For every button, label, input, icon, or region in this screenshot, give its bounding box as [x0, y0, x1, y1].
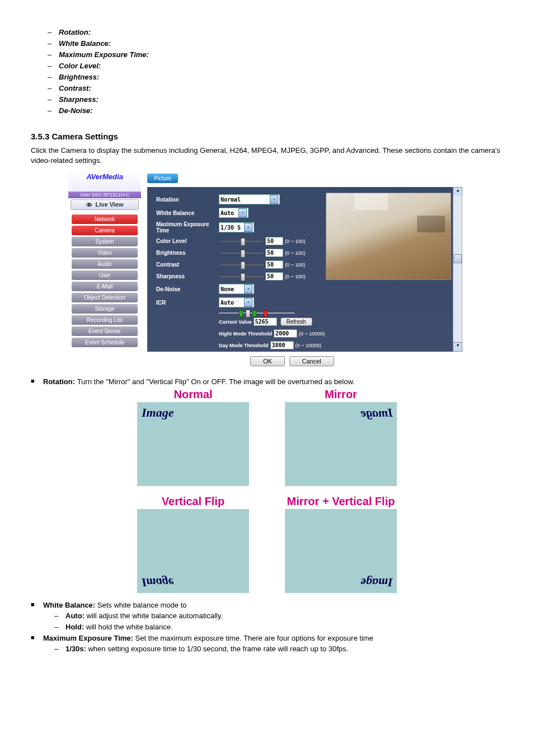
bottom-buttons: OK Cancel	[250, 356, 336, 366]
sidebar-item-event-server[interactable]: Event Server	[72, 326, 138, 336]
top-param-list: –Rotation: –White Balance: –Maximum Expo…	[48, 28, 503, 115]
sidebar-item-email[interactable]: E-Mail	[72, 282, 138, 291]
wb-label: White Balance	[156, 210, 219, 216]
list-item: –Contrast:	[48, 84, 503, 92]
list-item: –Brightness:	[48, 73, 503, 81]
wb-bullet-text: Sets white balance mode to	[97, 601, 187, 609]
tab-picture[interactable]: Picture	[147, 174, 178, 183]
rotation-bullet: ■ Rotation: Turn the "Mirror" and "Verti…	[31, 377, 503, 386]
day-input[interactable]	[270, 341, 294, 349]
sub-text: will adjust the white balance automatica…	[87, 612, 223, 620]
day-range: (0 ~ 10000)	[296, 343, 321, 348]
day-label: Day Mode Threshold	[219, 343, 269, 348]
sidebar-item-user[interactable]: User	[72, 270, 138, 280]
sidebar-menu: Network Camera System Video Audio User E…	[68, 211, 141, 352]
met-select[interactable]: 1/30 S▾	[219, 222, 254, 232]
list-item: –Rotation:	[48, 28, 503, 36]
wb-select[interactable]: Auto▾	[219, 208, 249, 218]
list-item: – Auto: will adjust the white balance au…	[54, 612, 503, 620]
rot-word: Image	[360, 575, 392, 590]
list-label: Contrast:	[59, 84, 91, 92]
list-label: Maximum Exposure Time:	[59, 50, 149, 59]
rot-word: Image	[360, 405, 392, 420]
brightness-input[interactable]	[265, 249, 283, 257]
sub-logo: AVer DiGi SF1311H-C	[68, 192, 141, 198]
sub-text: will hold the white balance.	[86, 623, 173, 631]
list-item: –Maximum Exposure Time:	[48, 50, 503, 59]
chevron-down-icon: ▾	[244, 298, 252, 307]
scroll-down-icon[interactable]: ▾	[453, 342, 462, 352]
sharpness-slider[interactable]	[221, 276, 263, 277]
cancel-button[interactable]: Cancel	[289, 356, 334, 366]
sharpness-range: (0 ~ 100)	[285, 274, 305, 279]
scroll-thumb[interactable]	[453, 254, 462, 263]
contrast-label: Contrast	[156, 262, 219, 268]
chevron-down-icon: ▾	[270, 195, 278, 204]
scrollbar[interactable]	[453, 195, 462, 343]
brightness-slider[interactable]	[221, 253, 263, 254]
brightness-label: Brightness	[156, 250, 219, 256]
live-view-button[interactable]: 👁 Live View	[71, 199, 139, 210]
chevron-down-icon: ▾	[244, 223, 252, 232]
square-bullet-icon: ■	[31, 377, 43, 386]
settings-screenshot: AVerMedia AVer DiGi SF1311H-C 👁 Live Vie…	[68, 170, 466, 370]
square-bullet-icon: ■	[31, 634, 43, 642]
sub-text: when setting exposure time to 1/30 secon…	[88, 645, 348, 653]
sidebar-item-event-schedule[interactable]: Event Schedule	[72, 338, 138, 347]
curval-input[interactable]	[254, 318, 277, 326]
brand-logo: AVerMedia	[86, 172, 123, 181]
sharpness-label: Sharpness	[156, 273, 219, 279]
sharpness-input[interactable]	[265, 272, 283, 281]
met-label: Maximum Exposure Time	[156, 221, 219, 234]
color-range: (0 ~ 100)	[285, 239, 305, 244]
refresh-button[interactable]: Refresh	[280, 318, 312, 326]
list-label: Sharpness:	[59, 95, 99, 104]
rot-title-vflip: Vertical Flip	[127, 495, 259, 508]
sidebar-item-network[interactable]: Network	[72, 214, 138, 224]
sidebar-item-recording-list[interactable]: Recording List	[72, 315, 138, 325]
contrast-input[interactable]	[265, 260, 283, 269]
sidebar-item-audio[interactable]: Audio	[72, 259, 138, 269]
denoise-select[interactable]: None▾	[219, 284, 254, 294]
eye-icon: 👁	[86, 202, 92, 208]
night-label: Night Mode Threshold	[219, 331, 272, 337]
sidebar-item-storage[interactable]: Storage	[72, 304, 138, 314]
color-slider[interactable]	[221, 241, 263, 242]
rot-title-normal: Normal	[127, 388, 259, 401]
icr-label: ICR	[156, 300, 219, 306]
chevron-down-icon: ▾	[244, 284, 252, 293]
curval-label: Current Value	[219, 319, 252, 325]
chevron-down-icon: ▾	[238, 208, 247, 217]
ok-button[interactable]: OK	[250, 356, 285, 366]
list-item: – Hold: will hold the white balance.	[54, 623, 503, 631]
denoise-label: De-Noise	[156, 286, 219, 292]
night-range: (0 ~ 10000)	[299, 331, 325, 337]
rot-title-mirror: Mirror	[275, 388, 407, 401]
main-panel: Picture Rotation Normal▾ White Balance A…	[144, 170, 466, 370]
icr-select[interactable]: Auto▾	[219, 297, 254, 307]
sub-label: Hold:	[65, 623, 86, 631]
section-heading: 3.5.3 Camera Settings	[31, 132, 503, 141]
sidebar-item-camera[interactable]: Camera	[72, 226, 138, 235]
list-item: –Color Level:	[48, 62, 503, 70]
icr-threshold-bar[interactable]	[219, 310, 294, 316]
sidebar-item-object-detection[interactable]: Object Detection	[72, 293, 138, 302]
rot-title-mvflip: Mirror + Vertical Flip	[275, 495, 407, 508]
night-input[interactable]	[274, 329, 297, 338]
contrast-slider[interactable]	[221, 264, 263, 265]
wb-bullet: ■ White Balance: Sets white balance mode…	[31, 601, 503, 609]
rotation-label: Rotation	[156, 197, 219, 203]
list-item: –De-Noise:	[48, 106, 503, 115]
list-label: Color Level:	[59, 62, 101, 70]
color-label: Color Level	[156, 238, 219, 244]
live-view-label: Live View	[96, 201, 124, 208]
sidebar-item-system[interactable]: System	[72, 237, 138, 246]
rotation-diagram: Normal Image Mirror Image Vertical Flip …	[127, 388, 407, 593]
color-input[interactable]	[265, 237, 283, 245]
rotation-select[interactable]: Normal▾	[219, 194, 280, 204]
sidebar-item-video[interactable]: Video	[72, 248, 138, 258]
rot-word: Image	[142, 575, 174, 590]
logo-box: AVerMedia	[68, 170, 141, 192]
list-label: White Balance:	[59, 39, 111, 48]
list-label: De-Noise:	[59, 106, 93, 115]
